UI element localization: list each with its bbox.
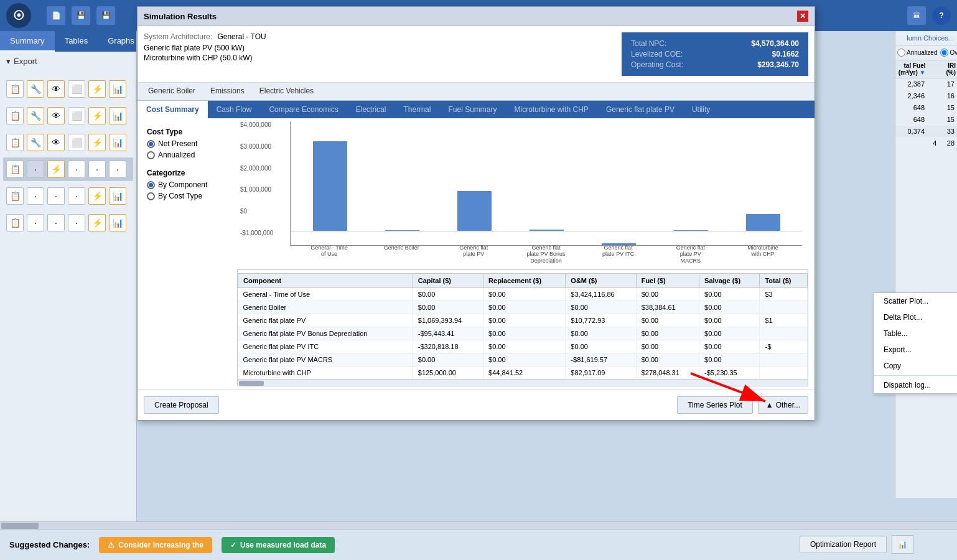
grid-icon-13[interactable]: 📋 xyxy=(6,134,24,151)
grid-icon-3[interactable]: 👁 xyxy=(47,80,65,98)
subtab-fuel-summary[interactable]: Fuel Summary xyxy=(439,101,505,118)
levelized-coe-value: $0.1662 xyxy=(772,50,799,58)
system-info: System Architecture: General - TOU Gener… xyxy=(138,26,815,83)
grid-icon-16[interactable]: ⬜ xyxy=(68,134,85,151)
cell-om-5: $0.00 xyxy=(566,340,636,353)
consider-btn-label: Consider increasing the xyxy=(118,541,203,549)
bank-icon[interactable]: 🏛 xyxy=(907,6,926,25)
ctx-dispatch-log[interactable]: Dispatch log... xyxy=(874,377,957,393)
grid-icon-21[interactable]: ⚡ xyxy=(47,161,65,178)
annualized-radio-input[interactable] xyxy=(897,49,905,57)
grid-icon-25[interactable]: 📋 xyxy=(6,187,24,205)
subtab-cash-flow[interactable]: Cash Flow xyxy=(208,101,261,118)
cell-replacement-1: $0.00 xyxy=(483,288,566,301)
grid-icon-14[interactable]: 🔧 xyxy=(27,134,44,151)
ctx-delta-plot[interactable]: Delta Plot... xyxy=(874,309,957,325)
ctx-table[interactable]: Table... xyxy=(874,325,957,342)
grid-icon-1[interactable]: 📋 xyxy=(6,80,24,98)
sim-close-button[interactable]: ✕ xyxy=(797,11,808,22)
subtab-compare-economics[interactable]: Compare Economics xyxy=(260,101,347,118)
operating-cost-row: Operating Cost: $293,345.70 xyxy=(631,60,799,69)
sys-details: System Architecture: General - TOU Gener… xyxy=(144,32,609,76)
other-button[interactable]: ▲ Other... xyxy=(758,396,808,414)
radio-annualized[interactable]: Annualized xyxy=(147,151,222,159)
sidebar-row-5: 📋 · · · ⚡ 📊 xyxy=(3,184,133,208)
grid-icon-12[interactable]: 📊 xyxy=(109,107,126,124)
tab-summary[interactable]: Summary xyxy=(0,31,55,52)
sim-window-title: Simulation Results xyxy=(144,12,217,21)
radio-by-component[interactable]: By Component xyxy=(147,180,222,189)
grid-icon-36[interactable]: 📊 xyxy=(109,214,126,231)
grid-icon-31[interactable]: 📋 xyxy=(6,214,24,231)
grid-icon-15[interactable]: 👁 xyxy=(47,134,65,151)
grid-icon-9[interactable]: 👁 xyxy=(47,107,65,124)
subtab-electrical[interactable]: Electrical xyxy=(347,101,395,118)
tab-generic-boiler[interactable]: Generic Boiler xyxy=(141,83,203,100)
tab-emissions[interactable]: Emissions xyxy=(203,83,252,100)
subtab-generic-pv[interactable]: Generic flat plate PV xyxy=(597,101,683,118)
ctx-scatter-plot[interactable]: Scatter Plot... xyxy=(874,293,957,309)
iri-val-5: 33 xyxy=(925,128,955,135)
iri-val-1: 17 xyxy=(925,80,955,88)
save-as-icon[interactable]: 💾 xyxy=(96,6,115,25)
grid-icon-5[interactable]: ⚡ xyxy=(88,80,106,98)
cell-capital-5: -$320,818.18 xyxy=(413,340,483,353)
grid-icon-20: · xyxy=(27,161,44,178)
grid-icon-29[interactable]: ⚡ xyxy=(88,187,106,205)
cell-om-6: -$81,619.57 xyxy=(566,353,636,366)
report-icon-button[interactable]: 📊 xyxy=(892,535,913,554)
sys-metrics: Total NPC: $4,570,364.00 Levelized COE: … xyxy=(622,32,808,76)
use-measured-button[interactable]: ✓ Use measured load data xyxy=(222,537,335,553)
cell-om-2: $0.00 xyxy=(566,301,636,314)
chevron-up-icon: ▲ xyxy=(766,401,773,409)
grid-icon-19[interactable]: 📋 xyxy=(6,161,24,178)
grid-icon-11[interactable]: ⚡ xyxy=(88,107,106,124)
overall-radio-input[interactable] xyxy=(940,49,948,57)
bar-1 xyxy=(313,141,347,231)
tab-tables[interactable]: Tables xyxy=(55,31,98,52)
grid-icon-35[interactable]: ⚡ xyxy=(88,214,106,231)
grid-icon-6[interactable]: 📊 xyxy=(109,80,126,98)
subtab-utility[interactable]: Utility xyxy=(683,101,719,118)
sidebar-row-3: 📋 🔧 👁 ⬜ ⚡ 📊 xyxy=(3,131,133,154)
subtab-microturbine[interactable]: Microturbine with CHP xyxy=(506,101,597,118)
cell-salvage-5: $0.00 xyxy=(699,340,760,353)
export-button[interactable]: ▾ Export xyxy=(6,57,130,66)
grid-icon-10[interactable]: ⬜ xyxy=(68,107,85,124)
radio-net-present[interactable]: Net Present xyxy=(147,139,222,148)
save-icon[interactable]: 💾 xyxy=(72,6,90,25)
consider-increasing-button[interactable]: ⚠ Consider increasing the xyxy=(99,537,212,553)
grid-icon-2[interactable]: 🔧 xyxy=(27,80,44,98)
ctx-export[interactable]: Export... xyxy=(874,342,957,358)
overall-radio[interactable]: Overall xyxy=(940,49,957,57)
subtab-cost-summary[interactable]: Cost Summary xyxy=(138,101,208,118)
column-choices-button[interactable]: lumn Choices... xyxy=(895,31,957,45)
table-hscroll[interactable] xyxy=(238,380,808,386)
extra-val-6: 28 xyxy=(936,139,955,147)
grid-icon-17[interactable]: ⚡ xyxy=(88,134,106,151)
tab-electric-vehicles[interactable]: Electric Vehicles xyxy=(252,83,321,100)
measured-btn-label: Use measured load data xyxy=(240,541,326,549)
ctx-copy[interactable]: Copy xyxy=(874,358,957,374)
levelized-coe-label: Levelized COE: xyxy=(631,50,683,58)
subtab-thermal[interactable]: Thermal xyxy=(394,101,439,118)
create-proposal-button[interactable]: Create Proposal xyxy=(144,396,219,414)
new-icon[interactable]: 📄 xyxy=(47,6,65,25)
cell-salvage-6: $0.00 xyxy=(699,353,760,366)
main-hscroll[interactable] xyxy=(0,521,957,529)
grid-icon-4[interactable]: ⬜ xyxy=(68,80,85,98)
time-series-plot-button[interactable]: Time Series Plot xyxy=(677,396,753,414)
help-icon[interactable]: ? xyxy=(932,6,951,25)
grid-icon-7[interactable]: 📋 xyxy=(6,107,24,124)
grid-icon-18[interactable]: 📊 xyxy=(109,134,126,151)
grid-icon-8[interactable]: 🔧 xyxy=(27,107,44,124)
optimization-report-button[interactable]: Optimization Report xyxy=(800,536,887,553)
categorize-label: Categorize xyxy=(147,169,222,177)
fuel-val-1: 2,387 xyxy=(898,80,925,88)
report-icon: 📊 xyxy=(898,540,907,549)
annualized-radio[interactable]: Annualized xyxy=(897,49,937,57)
grid-icon-30[interactable]: 📊 xyxy=(109,187,126,205)
y-label-0: $0 xyxy=(240,208,273,215)
col-header-total: Total ($) xyxy=(760,274,808,288)
radio-by-cost-type[interactable]: By Cost Type xyxy=(147,192,222,200)
